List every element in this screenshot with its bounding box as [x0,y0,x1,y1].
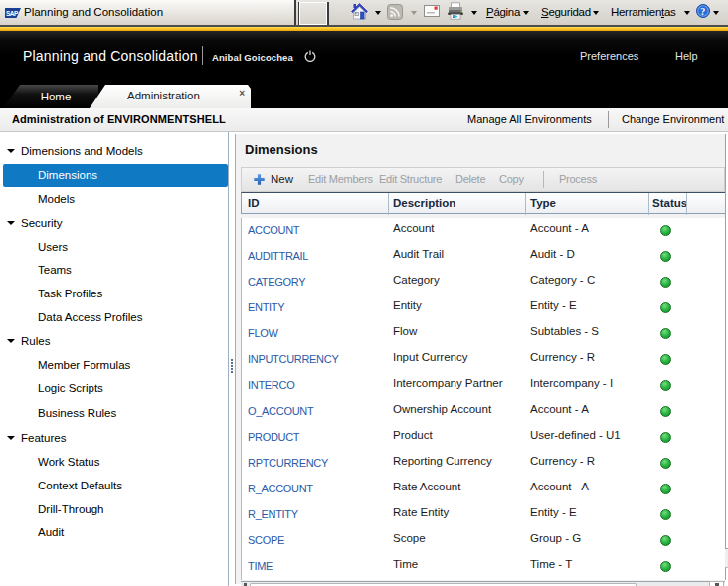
svg-text:SAP: SAP [6,10,19,17]
svg-text:?: ? [700,6,705,17]
